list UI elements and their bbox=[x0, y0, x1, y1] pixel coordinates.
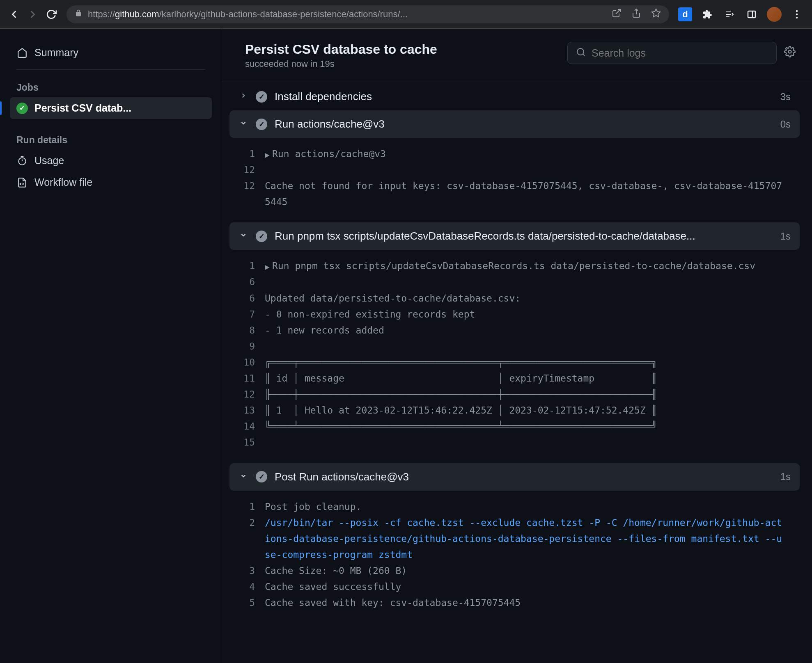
step-title: Run actions/cache@v3 bbox=[275, 118, 773, 130]
success-icon: ✓ bbox=[16, 103, 28, 114]
svg-rect-6 bbox=[748, 11, 755, 18]
svg-point-8 bbox=[796, 10, 798, 11]
log-line[interactable]: Run actions/cache@v3 bbox=[265, 146, 398, 162]
extension-d-icon[interactable]: d bbox=[678, 7, 692, 21]
search-box[interactable] bbox=[567, 42, 777, 64]
success-icon: ✓ bbox=[256, 91, 267, 103]
log-line: Cache Size: ~0 MB (260 B) bbox=[265, 563, 419, 579]
chevron-down-icon bbox=[239, 119, 248, 129]
log-line: ╔════╤══════════════════════════════════… bbox=[265, 354, 669, 370]
svg-marker-2 bbox=[652, 9, 660, 17]
step-title: Post Run actions/cache@v3 bbox=[275, 471, 773, 483]
back-button[interactable] bbox=[8, 9, 20, 20]
page-title: Persist CSV database to cache bbox=[245, 42, 437, 57]
reading-list-icon[interactable] bbox=[723, 7, 736, 21]
chevron-down-icon bbox=[239, 472, 248, 482]
sidebar-job-item[interactable]: ✓ Persist CSV datab... bbox=[10, 97, 212, 119]
gear-icon[interactable] bbox=[784, 46, 796, 60]
log-line bbox=[265, 338, 277, 354]
log-line: Cache saved with key: csv-database-41570… bbox=[265, 595, 533, 611]
reload-button[interactable] bbox=[46, 9, 57, 20]
side-panel-icon[interactable] bbox=[745, 7, 759, 21]
chevron-down-icon bbox=[239, 231, 248, 241]
profile-avatar[interactable] bbox=[767, 7, 782, 22]
sidebar-workflow-label: Workflow file bbox=[34, 176, 92, 188]
log-line: Cache not found for input keys: csv-data… bbox=[265, 178, 800, 210]
step-install-dependencies[interactable]: ✓ Install dependencies 3s bbox=[229, 83, 800, 110]
search-icon bbox=[576, 47, 586, 59]
log-line: Post job cleanup. bbox=[265, 499, 374, 515]
step-post-cache[interactable]: ✓ Post Run actions/cache@v3 1s bbox=[229, 463, 800, 491]
url-text: https://github.com/karlhorky/github-acti… bbox=[88, 9, 602, 20]
log-line: - 0 non-expired existing records kept bbox=[265, 306, 487, 322]
log-line: Cache saved successfully bbox=[265, 579, 413, 595]
success-icon: ✓ bbox=[256, 471, 267, 482]
sidebar-summary-label: Summary bbox=[34, 47, 78, 59]
step-title: Install dependencies bbox=[275, 90, 773, 103]
star-icon[interactable] bbox=[651, 8, 661, 21]
step-time: 1s bbox=[780, 471, 791, 482]
share-icon[interactable] bbox=[631, 8, 641, 21]
log-line: ║ id │ message │ expiryTimestamp ║ bbox=[265, 370, 669, 386]
svg-marker-18 bbox=[265, 265, 270, 270]
log-script: 1Run pnpm tsx scripts/updateCsvDatabaseR… bbox=[229, 255, 800, 463]
log-cache: 1Run actions/cache@v3 12 12Cache not fou… bbox=[229, 143, 800, 222]
chevron-right-icon bbox=[239, 92, 248, 101]
menu-icon[interactable] bbox=[790, 7, 804, 21]
svg-marker-17 bbox=[265, 153, 270, 158]
log-line: /usr/bin/tar --posix -cf cache.tzst --ex… bbox=[265, 515, 800, 563]
open-external-icon[interactable] bbox=[612, 8, 622, 21]
svg-line-0 bbox=[616, 9, 620, 14]
address-bar[interactable]: https://github.com/karlhorky/github-acti… bbox=[67, 5, 669, 23]
log-line bbox=[265, 162, 277, 178]
success-icon: ✓ bbox=[256, 231, 267, 242]
sidebar: Summary Jobs ✓ Persist CSV datab... Run … bbox=[0, 29, 222, 663]
sidebar-job-label: Persist CSV datab... bbox=[34, 102, 131, 114]
status-text: succeeded now in 19s bbox=[245, 59, 437, 69]
browser-toolbar: https://github.com/karlhorky/github-acti… bbox=[0, 0, 812, 29]
svg-point-9 bbox=[796, 13, 798, 15]
search-input[interactable] bbox=[592, 47, 768, 59]
forward-button[interactable] bbox=[27, 9, 39, 20]
success-icon: ✓ bbox=[256, 119, 267, 130]
step-time: 1s bbox=[780, 231, 791, 242]
step-script[interactable]: ✓ Run pnpm tsx scripts/updateCsvDatabase… bbox=[229, 222, 800, 250]
log-line: Updated data/persisted-to-cache/database… bbox=[265, 290, 533, 306]
step-time: 0s bbox=[780, 119, 791, 130]
svg-point-10 bbox=[796, 16, 798, 18]
sidebar-jobs-header: Jobs bbox=[10, 78, 212, 97]
log-post: 1Post job cleanup. 2/usr/bin/tar --posix… bbox=[229, 496, 800, 624]
svg-point-16 bbox=[789, 50, 791, 53]
log-line: ╚════╧══════════════════════════════════… bbox=[265, 418, 669, 434]
step-title: Run pnpm tsx scripts/updateCsvDatabaseRe… bbox=[275, 230, 773, 242]
file-icon bbox=[16, 177, 28, 188]
sidebar-run-details-header: Run details bbox=[10, 130, 212, 150]
log-line: - 1 new records added bbox=[265, 322, 397, 338]
sidebar-usage[interactable]: Usage bbox=[10, 150, 212, 171]
sidebar-workflow-file[interactable]: Workflow file bbox=[10, 171, 212, 193]
sidebar-usage-label: Usage bbox=[34, 155, 64, 167]
sidebar-summary[interactable]: Summary bbox=[10, 42, 212, 64]
svg-line-15 bbox=[583, 54, 585, 56]
log-line: ╟────┼──────────────────────────────────… bbox=[265, 386, 669, 402]
log-line bbox=[265, 434, 277, 450]
lock-icon bbox=[75, 9, 82, 19]
home-icon bbox=[16, 47, 28, 59]
step-time: 3s bbox=[780, 91, 791, 103]
content: Persist CSV database to cache succeeded … bbox=[222, 29, 812, 663]
stopwatch-icon bbox=[16, 155, 28, 167]
log-line bbox=[265, 274, 277, 290]
log-line[interactable]: Run pnpm tsx scripts/updateCsvDatabaseRe… bbox=[265, 258, 768, 274]
log-line: ║ 1 │ Hello at 2023-02-12T15:46:22.425Z … bbox=[265, 402, 669, 418]
extensions-icon[interactable] bbox=[700, 7, 714, 21]
step-cache[interactable]: ✓ Run actions/cache@v3 0s bbox=[229, 110, 800, 138]
svg-point-14 bbox=[577, 48, 584, 55]
